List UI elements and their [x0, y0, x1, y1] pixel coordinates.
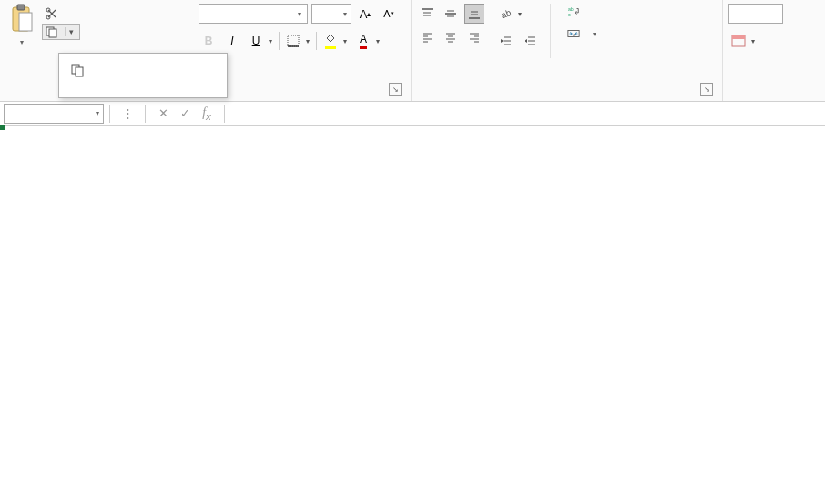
increase-font-button[interactable]: A▴: [355, 4, 375, 24]
align-left-button[interactable]: [417, 27, 437, 47]
svg-text:ab: ab: [500, 7, 512, 20]
chevron-down-icon: ▾: [298, 10, 301, 18]
align-middle-button[interactable]: [441, 4, 461, 24]
align-bottom-button[interactable]: [464, 4, 484, 24]
font-color-button[interactable]: A: [353, 31, 373, 51]
svg-text:ab: ab: [568, 6, 574, 12]
merge-dropdown-arrow[interactable]: ▾: [593, 30, 596, 38]
borders-dropdown-arrow[interactable]: ▾: [303, 37, 312, 45]
chevron-down-icon: ▾: [343, 10, 347, 18]
align-center-button[interactable]: [441, 27, 461, 47]
wrap-text-icon: abc: [567, 5, 580, 18]
cf-dropdown-arrow[interactable]: ▾: [749, 37, 758, 45]
merge-center-button[interactable]: a ▾: [562, 25, 602, 42]
align-right-button[interactable]: [464, 27, 484, 47]
conditional-format-button[interactable]: [728, 31, 749, 51]
wrap-text-button[interactable]: abc: [562, 4, 602, 20]
copy-dropdown-arrow[interactable]: ▾: [65, 27, 77, 36]
decrease-indent-button[interactable]: [495, 31, 515, 51]
svg-rect-2: [19, 13, 32, 31]
font-color-dropdown-arrow[interactable]: ▾: [373, 37, 382, 45]
svg-rect-1: [17, 5, 25, 10]
increase-indent-button[interactable]: [519, 31, 539, 51]
copy-menu-item[interactable]: [59, 57, 227, 83]
bold-button[interactable]: B: [199, 31, 219, 51]
decrease-font-button[interactable]: A▾: [379, 4, 399, 24]
font-dialog-launcher[interactable]: ↘: [389, 83, 402, 96]
svg-rect-6: [49, 29, 56, 37]
name-box[interactable]: ▾: [4, 104, 104, 124]
selection-border: [0, 126, 4, 129]
namebox-dropdown-arrow[interactable]: ▾: [96, 109, 99, 117]
svg-rect-7: [288, 35, 299, 46]
copy-button[interactable]: ▾: [42, 24, 80, 40]
copy-as-picture-menu-item[interactable]: [59, 83, 227, 94]
orientation-dropdown-arrow[interactable]: ▾: [515, 10, 525, 18]
bucket-icon: [325, 33, 336, 49]
copy-icon: [45, 25, 57, 38]
merge-icon: a: [567, 27, 580, 40]
fx-button[interactable]: fx: [197, 104, 217, 124]
svg-text:c: c: [568, 12, 571, 17]
svg-text:a: a: [573, 32, 575, 37]
align-top-button[interactable]: [417, 4, 437, 24]
font-color-icon: A: [360, 33, 367, 49]
underline-button[interactable]: U: [246, 31, 266, 51]
split-handle-icon[interactable]: ⋮: [117, 104, 138, 124]
copy-dropdown-menu: [58, 53, 228, 98]
scissors-icon: [46, 7, 58, 20]
underline-dropdown-arrow[interactable]: ▾: [266, 37, 275, 45]
font-size-select[interactable]: ▾: [311, 4, 351, 24]
cancel-formula-button[interactable]: ✕: [153, 104, 173, 124]
font-name-select[interactable]: ▾: [199, 4, 308, 24]
italic-button[interactable]: I: [222, 31, 242, 51]
cut-button[interactable]: [42, 5, 80, 22]
paste-icon[interactable]: [9, 4, 35, 35]
enter-formula-button[interactable]: ✓: [175, 104, 195, 124]
number-format-select[interactable]: [728, 4, 783, 24]
svg-rect-44: [76, 67, 83, 76]
copy-icon: [68, 63, 87, 77]
paste-dropdown-arrow[interactable]: ▾: [20, 38, 24, 46]
fill-color-dropdown-arrow[interactable]: ▾: [341, 37, 350, 45]
svg-rect-42: [732, 35, 745, 39]
borders-button[interactable]: [283, 31, 303, 51]
fill-color-button[interactable]: [321, 31, 341, 51]
alignment-dialog-launcher[interactable]: ↘: [700, 83, 713, 96]
orientation-button[interactable]: ab: [495, 4, 515, 24]
